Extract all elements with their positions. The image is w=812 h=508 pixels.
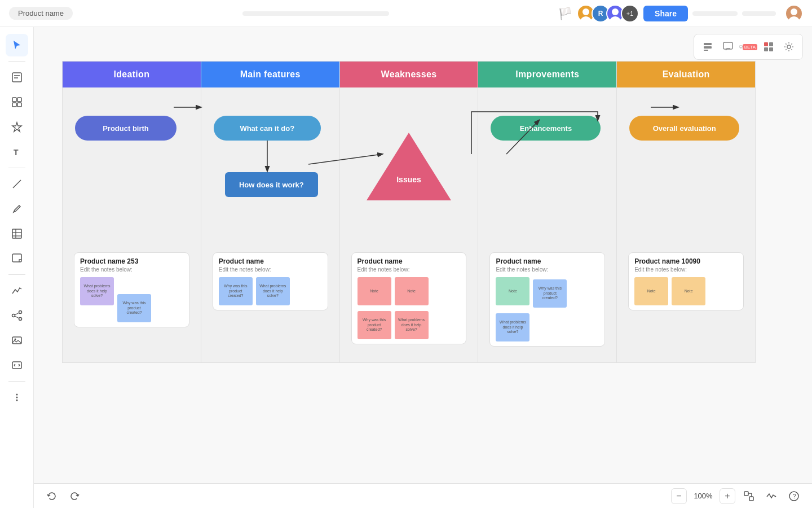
settings-icon[interactable]: [780, 38, 798, 56]
share-button[interactable]: Share: [643, 6, 688, 21]
sticky-4-3[interactable]: What problems does it help solve?: [496, 313, 529, 341]
sticky-2-1[interactable]: Why was this product created?: [219, 277, 253, 305]
svg-point-17: [787, 45, 791, 49]
svg-point-45: [16, 394, 17, 396]
note-card-4-title: Product name: [496, 257, 599, 265]
sticky-3-1[interactable]: Note: [358, 277, 391, 305]
note-card-4[interactable]: Product name Edit the notes below: Note …: [489, 252, 605, 347]
svg-rect-15: [764, 47, 768, 51]
embed-tool[interactable]: [6, 354, 28, 376]
zoom-in-button[interactable]: +: [720, 488, 735, 504]
how-shape[interactable]: How does it work?: [225, 172, 318, 197]
comment-icon[interactable]: [719, 38, 737, 56]
note-card-1[interactable]: Product name 253 Edit the notes below: W…: [74, 252, 189, 327]
svg-line-44: [19, 365, 20, 366]
sticky-4-2[interactable]: Why was this product created?: [533, 279, 567, 308]
zoom-level[interactable]: 100%: [689, 492, 717, 500]
sticky-notes-2: Why was this product created? What probl…: [219, 277, 322, 305]
sticky-5-1[interactable]: Note: [634, 277, 668, 305]
sticky-1-1[interactable]: What problems does it help solve?: [80, 277, 114, 305]
svg-rect-9: [723, 42, 732, 49]
note-card-2[interactable]: Product name Edit the notes below: Why w…: [213, 252, 328, 310]
zoom-control: − 100% +: [671, 488, 735, 504]
separator-3: [8, 274, 25, 275]
column-features: Main features What can it do? How does i…: [201, 61, 339, 363]
note-card-1-title: Product name 253: [80, 257, 183, 265]
sticky-5-2[interactable]: Note: [672, 277, 705, 305]
image-tool[interactable]: [6, 329, 28, 352]
flowchart-weaknesses: Issues: [347, 99, 471, 246]
col-header-weaknesses: Weaknesses: [340, 62, 478, 87]
card-features: Product name Edit the notes below: Why w…: [208, 246, 333, 315]
col-header-ideation: Ideation: [63, 62, 201, 87]
svg-line-42: [14, 365, 15, 366]
fit-view-button[interactable]: [740, 487, 758, 505]
kanban-board: Ideation Product birth Product name 253 …: [62, 61, 756, 363]
sticky-3-4[interactable]: What problems does it help solve?: [395, 311, 429, 339]
pen-tool[interactable]: [6, 198, 28, 220]
text-tool[interactable]: T: [6, 141, 28, 163]
flowchart-features: What can it do? How does it work?: [208, 99, 333, 246]
svg-rect-23: [12, 103, 16, 107]
svg-rect-14: [769, 42, 773, 46]
top-bar-left: Product name: [9, 7, 73, 20]
select-tool[interactable]: [6, 34, 28, 56]
redo-button[interactable]: [65, 487, 83, 505]
note-card-1-sub: Edit the notes below:: [80, 266, 183, 273]
pages-icon[interactable]: [699, 38, 717, 56]
svg-line-36: [15, 313, 19, 315]
separator-1: [8, 61, 25, 62]
present-icon[interactable]: BETA: [739, 38, 757, 56]
sticky-3-3[interactable]: Why was this product created?: [358, 311, 391, 339]
breadcrumb[interactable]: Product name: [9, 7, 73, 20]
activity-button[interactable]: [762, 487, 780, 505]
issues-triangle-svg: Issues: [364, 127, 454, 206]
sticky-4-1[interactable]: Note: [496, 277, 529, 305]
overall-eval-shape[interactable]: Overall evaluation: [629, 116, 739, 141]
sticky-tool[interactable]: [6, 247, 28, 270]
line-tool[interactable]: [6, 173, 28, 195]
shapes-tool[interactable]: [6, 91, 28, 113]
user-avatar[interactable]: [785, 5, 803, 23]
card-improvements: Product name Edit the notes below: Note …: [485, 246, 610, 351]
bottom-bar: − 100% + ?: [34, 483, 812, 508]
note-card-5[interactable]: Product name 10090 Edit the notes below:…: [628, 252, 744, 310]
sticky-1-2[interactable]: Why was this product created?: [117, 294, 151, 322]
main-canvas[interactable]: Ideation Product birth Product name 253 …: [34, 27, 812, 508]
what-shape[interactable]: What can it do?: [214, 116, 321, 141]
search-bar[interactable]: [242, 11, 389, 16]
top-right-extra: [742, 11, 776, 16]
more-tool[interactable]: [6, 386, 28, 409]
col-body-weaknesses: Issues Product name Edit the notes below…: [340, 87, 478, 360]
note-card-2-title: Product name: [219, 257, 322, 265]
notes-tool[interactable]: [6, 66, 28, 89]
svg-text:?: ?: [793, 493, 796, 500]
sticky-notes-4: Note Why was this product created? What …: [496, 277, 599, 341]
svg-point-2: [612, 8, 619, 15]
card-evaluation: Product name 10090 Edit the notes below:…: [624, 246, 748, 315]
help-button[interactable]: ?: [785, 487, 803, 505]
connect-tool[interactable]: [6, 304, 28, 327]
svg-text:Issues: Issues: [396, 175, 421, 184]
sticky-notes-5: Note Note: [634, 277, 738, 305]
screens-icon[interactable]: [760, 38, 778, 56]
sticky-3-2[interactable]: Note: [395, 277, 429, 305]
svg-rect-24: [17, 103, 21, 107]
svg-rect-22: [17, 98, 21, 102]
enhancements-shape[interactable]: Enhancements: [491, 116, 601, 141]
sticky-2-2[interactable]: What problems does it help solve?: [256, 277, 290, 305]
svg-rect-7: [704, 46, 712, 49]
star-tool[interactable]: [6, 116, 28, 138]
svg-rect-56: [744, 492, 748, 496]
table-tool[interactable]: [6, 222, 28, 245]
chart-tool[interactable]: [6, 279, 28, 302]
avatar-more[interactable]: +1: [621, 5, 639, 23]
svg-point-4: [791, 8, 797, 15]
zoom-out-button[interactable]: −: [671, 488, 687, 504]
top-bar: Product name 🏳️ R +1 Share: [0, 0, 812, 27]
svg-rect-6: [704, 43, 712, 45]
note-card-3[interactable]: Product name Edit the notes below: Note …: [351, 252, 467, 344]
svg-rect-28: [12, 229, 21, 238]
product-birth-shape[interactable]: Product birth: [75, 116, 176, 141]
undo-button[interactable]: [43, 487, 61, 505]
